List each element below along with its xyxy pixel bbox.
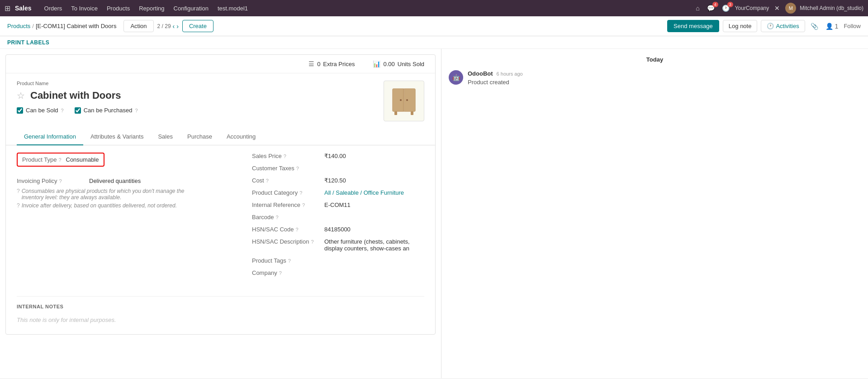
- svg-rect-1: [393, 89, 403, 111]
- hsn-desc-help[interactable]: ?: [311, 239, 313, 245]
- hsn-code-row: HSN/SAC Code ? 84185000: [252, 226, 424, 233]
- svg-point-5: [406, 99, 408, 101]
- pagination: 2 / 29 ‹ ›: [157, 23, 179, 30]
- product-name-label: Product Name: [17, 81, 424, 86]
- units-sold-label: Units Sold: [398, 61, 424, 67]
- avatar[interactable]: M: [785, 3, 796, 14]
- tab-attributes-variants[interactable]: Attributes & Variants: [83, 129, 151, 145]
- internal-ref-row: Internal Reference ? E-COM11: [252, 201, 424, 208]
- nav-reporting[interactable]: Reporting: [135, 0, 168, 16]
- internal-notes-label: INTERNAL NOTES: [17, 304, 424, 309]
- followers-icon[interactable]: 👤 1: [824, 21, 840, 32]
- message-body: OdooBot 6 hours ago Product created: [468, 70, 861, 86]
- checkboxes-row: Can be Sold ? Can be Purchased ?: [17, 107, 376, 114]
- can-be-sold-help[interactable]: ?: [61, 108, 64, 113]
- tab-content-general: Product Type ? Consumable Invoicing Poli…: [6, 145, 435, 289]
- message-text: Product created: [468, 79, 861, 86]
- product-stats: ☰ 0 Extra Prices 📊 0.00 Units Sold: [6, 55, 435, 73]
- activities-button[interactable]: 🕐 Activities: [761, 20, 805, 32]
- hsn-desc-row: HSN/SAC Description ? Other furniture (c…: [252, 238, 424, 252]
- internal-ref-value: E-COM11: [324, 201, 351, 208]
- units-sold-button[interactable]: 📊 0.00 Units Sold: [369, 58, 428, 69]
- clock-badge: 3: [727, 2, 733, 7]
- product-category-label: Product Category ?: [252, 189, 324, 196]
- help-q-2[interactable]: ?: [17, 202, 20, 209]
- brand-label: Sales: [15, 5, 32, 12]
- follow-button[interactable]: Follow: [844, 23, 861, 29]
- sales-price-help[interactable]: ?: [284, 154, 286, 159]
- invoicing-policy-help[interactable]: ?: [59, 178, 62, 184]
- product-category-row: Product Category ? All / Saleable / Offi…: [252, 189, 424, 196]
- product-card: ☰ 0 Extra Prices 📊 0.00 Units Sold: [5, 54, 436, 335]
- product-image[interactable]: [384, 81, 424, 121]
- right-column: Sales Price ? ₹140.00 Customer Taxes ?: [252, 153, 424, 282]
- product-type-help[interactable]: ?: [58, 157, 61, 163]
- nav-configuration[interactable]: Configuration: [170, 0, 212, 16]
- favorite-icon[interactable]: ☆: [17, 90, 25, 101]
- action-button[interactable]: Action: [123, 20, 153, 32]
- sales-price-row: Sales Price ? ₹140.00: [252, 153, 424, 159]
- two-column-layout: Product Type ? Consumable Invoicing Poli…: [17, 153, 424, 282]
- internal-ref-help[interactable]: ?: [302, 202, 305, 208]
- home-icon[interactable]: ⌂: [694, 4, 701, 13]
- message-author: OdooBot: [468, 70, 493, 77]
- print-labels-link[interactable]: PRINT LABELS: [7, 39, 49, 46]
- product-type-value: Consumable: [66, 156, 99, 163]
- customer-taxes-row: Customer Taxes ?: [252, 165, 424, 172]
- product-title: Cabinet with Doors: [30, 90, 121, 101]
- log-note-button[interactable]: Log note: [723, 20, 758, 32]
- help-q-1[interactable]: ?: [17, 188, 20, 194]
- customer-taxes-help[interactable]: ?: [296, 166, 299, 171]
- product-category-help[interactable]: ?: [299, 190, 302, 196]
- create-button[interactable]: Create: [182, 20, 213, 32]
- chat-badge: 4: [712, 2, 718, 7]
- breadcrumb-bar: Products / [E-COM11] Cabinet with Doors …: [0, 16, 868, 36]
- chat-icon[interactable]: 💬 4: [705, 4, 716, 13]
- left-column: Product Type ? Consumable Invoicing Poli…: [17, 153, 234, 282]
- today-label: Today: [449, 56, 861, 63]
- header-right-actions: Send message Log note 🕐 Activities 📎 👤 1…: [667, 20, 861, 32]
- hsn-code-help[interactable]: ?: [295, 227, 298, 232]
- breadcrumb-parent[interactable]: Products: [7, 23, 30, 29]
- product-tags-help[interactable]: ?: [288, 258, 291, 264]
- extra-prices-button[interactable]: ☰ 0 Extra Prices: [305, 58, 358, 69]
- can-be-sold-checkbox[interactable]: Can be Sold ?: [17, 107, 64, 114]
- can-be-sold-label: Can be Sold: [26, 107, 58, 114]
- company-help[interactable]: ?: [279, 270, 282, 276]
- clock-icon[interactable]: 🕐 3: [720, 4, 731, 13]
- customer-taxes-label: Customer Taxes ?: [252, 165, 324, 172]
- top-navigation: ⊞ Sales Orders To Invoice Products Repor…: [0, 0, 868, 16]
- internal-notes-section: INTERNAL NOTES This note is only for int…: [17, 296, 424, 327]
- cost-value: ₹120.50: [324, 177, 346, 184]
- internal-notes-placeholder[interactable]: This note is only for internal purposes.: [17, 313, 424, 327]
- close-icon[interactable]: ✕: [773, 4, 782, 13]
- barcode-help[interactable]: ?: [275, 215, 278, 220]
- svg-rect-6: [394, 111, 397, 115]
- can-be-sold-input[interactable]: [17, 107, 23, 114]
- prev-arrow[interactable]: ‹: [173, 23, 175, 30]
- send-message-button[interactable]: Send message: [667, 20, 719, 32]
- tab-general-information[interactable]: General Information: [17, 129, 83, 145]
- extra-prices-label: Extra Prices: [323, 61, 355, 67]
- product-category-value[interactable]: All / Saleable / Office Furniture: [324, 189, 404, 196]
- nav-model[interactable]: test.model1: [214, 0, 251, 16]
- attachment-icon[interactable]: 📎: [809, 21, 820, 32]
- nav-orders[interactable]: Orders: [41, 0, 66, 16]
- nav-to-invoice[interactable]: To Invoice: [67, 0, 101, 16]
- next-arrow[interactable]: ›: [176, 23, 179, 30]
- message-time: 6 hours ago: [497, 71, 523, 77]
- barcode-label: Barcode ?: [252, 214, 324, 221]
- tab-sales[interactable]: Sales: [151, 129, 180, 145]
- can-be-purchased-checkbox[interactable]: Can be Purchased ?: [75, 107, 138, 114]
- apps-icon[interactable]: ⊞: [5, 4, 10, 13]
- tab-purchase[interactable]: Purchase: [180, 129, 219, 145]
- hsn-desc-value: Other furniture (chests, cabinets, displ…: [324, 238, 424, 252]
- can-be-purchased-help[interactable]: ?: [135, 108, 138, 113]
- nav-products[interactable]: Products: [103, 0, 133, 16]
- can-be-purchased-input[interactable]: [75, 107, 81, 114]
- sales-price-label: Sales Price ?: [252, 153, 324, 159]
- product-name-row: ☆ Cabinet with Doors: [17, 90, 376, 101]
- chatter-message: 🤖 OdooBot 6 hours ago Product created: [449, 70, 861, 86]
- cost-help[interactable]: ?: [266, 178, 269, 183]
- tab-accounting[interactable]: Accounting: [219, 129, 263, 145]
